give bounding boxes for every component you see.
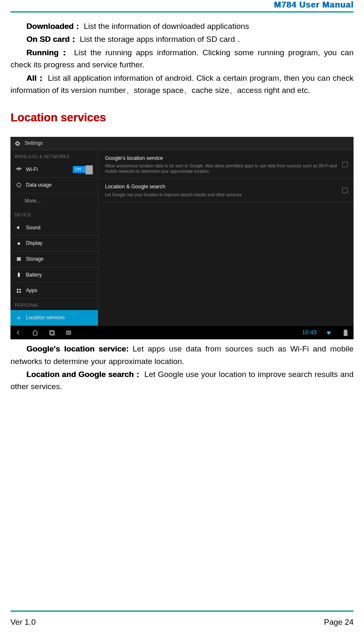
header-divider	[10, 11, 354, 13]
sidebar-item-battery[interactable]: Battery	[10, 267, 98, 283]
more-label: More...	[25, 197, 40, 205]
sidebar-item-display[interactable]: Display	[10, 236, 98, 251]
svg-rect-2	[17, 257, 21, 258]
option-desc: Let Google use your location to improve …	[105, 192, 337, 197]
battery-icon	[15, 272, 22, 278]
option-title: Location & Google search	[105, 183, 337, 191]
wifi-icon	[15, 166, 22, 172]
settings-icon	[15, 141, 21, 146]
wifi-label: Wi-Fi	[26, 166, 38, 174]
sidebar-item-wifi[interactable]: Wi-Fi ON	[10, 162, 98, 178]
svg-rect-17	[344, 330, 348, 336]
sidebar-item-more[interactable]: More...	[10, 193, 98, 209]
wifi-status-icon	[324, 328, 333, 337]
android-navbar: 10:49	[10, 326, 354, 339]
settings-title: Settings	[25, 139, 43, 147]
settings-screenshot: Settings WIRELESS & NETWORKS Wi-Fi ON	[10, 137, 354, 339]
checkbox[interactable]	[342, 162, 348, 167]
svg-rect-5	[18, 273, 20, 277]
svg-point-0	[17, 183, 21, 187]
settings-main-panel: Google's location service Allow anonymou…	[98, 150, 354, 326]
google-location-label: Google's location service:	[26, 344, 128, 353]
checkbox[interactable]	[342, 187, 348, 193]
back-icon[interactable]	[14, 328, 23, 337]
svg-rect-10	[19, 291, 21, 293]
downloaded-text: List the information of downloaded appli…	[84, 22, 249, 31]
sidebar-item-sound[interactable]: Sound	[10, 220, 98, 236]
svg-rect-18	[345, 329, 346, 330]
sound-icon	[15, 225, 22, 231]
svg-rect-3	[17, 259, 21, 259]
battery-status-icon	[341, 328, 350, 337]
svg-point-1	[18, 242, 20, 245]
display-label: Display	[26, 239, 42, 247]
svg-rect-14	[51, 331, 54, 335]
category-personal: PERSONAL	[10, 299, 98, 310]
status-clock: 10:49	[302, 328, 317, 337]
storage-icon	[15, 256, 22, 262]
sound-label: Sound	[26, 224, 41, 232]
battery-label: Battery	[26, 271, 42, 279]
apps-icon	[15, 287, 22, 294]
home-icon[interactable]	[31, 328, 40, 337]
running-label: Running：	[26, 48, 70, 57]
downloaded-label: Downloaded：	[26, 22, 82, 31]
option-google-location-service[interactable]: Google's location service Allow anonymou…	[98, 150, 354, 179]
all-text: List all application information of andr…	[10, 74, 354, 95]
svg-rect-7	[17, 289, 18, 290]
screenshot-icon[interactable]	[64, 328, 73, 337]
svg-rect-13	[50, 331, 54, 334]
sidebar-item-storage[interactable]: Storage	[10, 251, 98, 267]
category-wireless: WIRELESS & NETWORKS	[10, 150, 98, 162]
recents-icon[interactable]	[47, 328, 56, 337]
section-heading-location-services: Location services	[10, 109, 354, 127]
sidebar-item-apps[interactable]: Apps	[10, 283, 98, 299]
option-location-google-search[interactable]: Location & Google search Let Google use …	[98, 179, 354, 202]
sidebar-item-data-usage[interactable]: Data usage	[10, 177, 98, 193]
svg-point-16	[68, 332, 70, 334]
sd-card-text: List the storage apps information of SD …	[80, 35, 243, 44]
display-icon	[15, 240, 22, 246]
data-usage-icon	[15, 182, 22, 188]
svg-rect-4	[17, 260, 21, 261]
option-title: Google's location service	[105, 154, 337, 162]
svg-rect-9	[17, 291, 18, 293]
settings-titlebar: Settings	[10, 137, 354, 150]
storage-label: Storage	[26, 255, 44, 263]
svg-point-11	[18, 317, 20, 319]
sd-card-label: On SD card：	[26, 35, 77, 44]
all-label: All：	[26, 74, 45, 82]
wifi-toggle[interactable]: ON	[73, 166, 93, 173]
body-content: Downloaded： List the information of down…	[10, 20, 354, 394]
footer-divider	[10, 610, 354, 612]
apps-label: Apps	[26, 287, 37, 295]
location-icon	[15, 315, 22, 321]
footer-page: Page 24	[324, 618, 354, 627]
location-label: Location services	[26, 314, 65, 322]
category-device: DEVICE	[10, 208, 98, 220]
page-header-title: M784 User Manual	[274, 0, 354, 9]
footer-version: Ver 1.0	[10, 618, 36, 627]
svg-rect-8	[19, 289, 21, 290]
svg-rect-6	[18, 272, 19, 273]
option-desc: Allow anonymous location data to be sent…	[105, 163, 337, 174]
settings-sidebar: WIRELESS & NETWORKS Wi-Fi ON Data usage	[10, 150, 98, 326]
location-search-label: Location and Google search：	[26, 370, 142, 379]
data-usage-label: Data usage	[26, 181, 51, 189]
sidebar-item-location-services[interactable]: Location services	[10, 310, 98, 326]
